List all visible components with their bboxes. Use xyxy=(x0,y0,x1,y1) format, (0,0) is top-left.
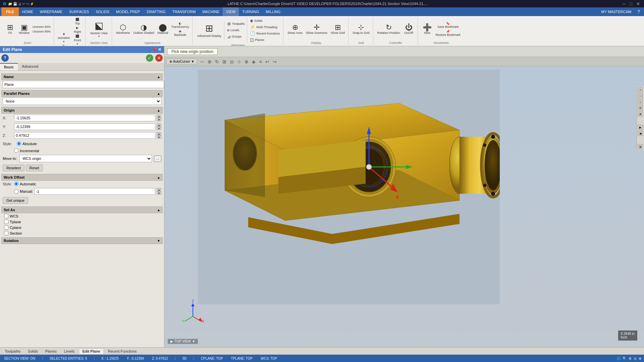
window-button[interactable]: ▣ Window xyxy=(17,23,31,35)
home-menu[interactable]: HOME xyxy=(19,7,37,16)
ac-icon-8[interactable]: ◈ xyxy=(251,58,257,65)
status-icon-5[interactable]: ⊕ xyxy=(639,357,641,360)
outline-shaded-button[interactable]: ◑ Outline Shaded xyxy=(132,23,155,35)
machine-menu[interactable]: MACHINE xyxy=(199,7,223,16)
levels-btn[interactable]: ≡ Levels xyxy=(226,27,247,34)
milling-menu[interactable]: MILLING xyxy=(262,7,284,16)
model-area[interactable]: X ↖ Z xyxy=(164,66,644,347)
vp-tool-3[interactable]: ↕ xyxy=(638,99,643,105)
y-up-stepper[interactable]: ▲ xyxy=(157,123,161,127)
file-menu[interactable]: FILE xyxy=(1,7,19,16)
solids-mgr-btn[interactable]: ◈ Solids xyxy=(249,17,281,24)
fit-button[interactable]: ⊞ Fit xyxy=(3,23,17,35)
status-icon-4[interactable]: ◎ xyxy=(634,357,637,360)
model-prep-menu[interactable]: MODEL PREP xyxy=(113,7,144,16)
vp-tool-4[interactable]: ⟳ xyxy=(638,105,643,111)
on-off-button[interactable]: ⏻ On/Off xyxy=(402,23,416,35)
vp-tool-7[interactable]: ◀ xyxy=(638,131,643,136)
vp-tool-2[interactable]: ↔ xyxy=(638,93,643,99)
translucency-button[interactable]: ◐ Translucency xyxy=(170,21,190,29)
basic-tab[interactable]: Basic xyxy=(0,63,18,70)
panel-close-icon[interactable]: ✕ xyxy=(158,47,161,52)
manual-down[interactable]: ▼ xyxy=(157,191,161,195)
vp-tool-5[interactable]: ⊕ xyxy=(638,111,643,117)
tab-recent-functions[interactable]: Recent Functions xyxy=(105,349,140,354)
planes-btn[interactable]: ◫ Planes xyxy=(249,37,281,43)
section-checkbox[interactable]: Section xyxy=(4,231,22,235)
transform-menu[interactable]: TRANSFORM xyxy=(169,7,199,16)
unzoom80-button[interactable]: Unzoom 80% xyxy=(32,29,52,34)
ac-icon-6[interactable]: ⊹ xyxy=(236,58,242,65)
status-icon-3[interactable]: ⚙ xyxy=(629,357,632,360)
unzoom50-button[interactable]: Unzoom 50% xyxy=(32,25,52,29)
recent-functions-btn[interactable]: 🕐 Recent Functions xyxy=(249,30,281,37)
turning-menu[interactable]: TURNING xyxy=(239,7,262,16)
vp-tool-1[interactable]: + xyxy=(638,87,643,93)
snap-to-grid-button[interactable]: ⊹ Snap to Grid xyxy=(351,23,371,35)
toolpaths-btn[interactable]: ⚙ Toolpaths xyxy=(226,21,247,27)
close-button[interactable]: ✕ xyxy=(635,1,641,6)
top-button[interactable]: ⬛ Top xyxy=(72,17,84,25)
restore-bookmark-button[interactable]: 📌 Restore Bookmark xyxy=(435,29,462,37)
tab-solids[interactable]: Solids xyxy=(24,349,41,354)
wcs-checkbox[interactable]: WCS xyxy=(4,214,18,218)
ac-icon-10[interactable]: ↩ xyxy=(264,58,270,65)
tab-planes[interactable]: Planes xyxy=(42,349,60,354)
status-icon-2[interactable]: 🔍 xyxy=(623,357,627,360)
groups-btn[interactable]: ⊿ Groups xyxy=(226,34,247,40)
ac-icon-11[interactable]: ↪ xyxy=(272,58,278,65)
solids-menu[interactable]: SOLIDS xyxy=(92,7,112,16)
tab-edit-plane[interactable]: Edit Plane xyxy=(79,348,104,354)
isometric-dropdown[interactable]: ▼ xyxy=(62,40,65,43)
move-to-btn[interactable]: … xyxy=(154,156,161,162)
show-axes-button[interactable]: ⊕ Show Axes xyxy=(286,23,304,35)
set-as-header[interactable]: Set As ▲ xyxy=(1,206,163,213)
show-gnomons-button[interactable]: ✛ Show Gnomons xyxy=(305,23,329,35)
origin-header[interactable]: Origin ▲ xyxy=(1,107,163,114)
surfaces-menu[interactable]: SURFACES xyxy=(66,7,92,16)
ac-icon-9[interactable]: ≡ xyxy=(258,58,263,65)
ac-icon-7[interactable]: ⊕ xyxy=(244,58,250,65)
view-dropdown-icon[interactable]: ▼ xyxy=(192,340,196,343)
name-input[interactable] xyxy=(3,81,164,88)
y-input[interactable] xyxy=(14,123,155,130)
tplane-checkbox[interactable]: Tplane xyxy=(4,220,21,224)
help-icon[interactable]: ? xyxy=(635,9,643,14)
drafting-menu[interactable]: DRAFTING xyxy=(143,7,169,16)
maximize-button[interactable]: □ xyxy=(628,1,634,6)
advanced-display-button[interactable]: ⊞ Advanced Display xyxy=(195,20,223,40)
advanced-tab[interactable]: Advanced xyxy=(18,63,42,70)
rotation-position-button[interactable]: ↻ Rotation Position xyxy=(376,23,401,35)
x-down-stepper[interactable]: ▼ xyxy=(157,118,161,121)
help-button[interactable]: ? xyxy=(1,54,9,62)
name-section-header[interactable]: Name ▲ xyxy=(1,73,163,80)
vp-tool-8[interactable]: ⊞ xyxy=(638,144,643,149)
x-up-stepper[interactable]: ▲ xyxy=(157,115,161,118)
ac-icon-4[interactable]: ⊞ xyxy=(221,58,227,65)
wireframe-menu[interactable]: WIREFRAME xyxy=(37,7,66,16)
manual-up[interactable]: ▲ xyxy=(157,188,161,191)
section-view-button[interactable]: ⬕ Section View ▼ xyxy=(88,19,110,39)
y-down-stepper[interactable]: ▼ xyxy=(157,127,161,130)
minimize-button[interactable]: ─ xyxy=(621,1,627,6)
manual-input[interactable] xyxy=(34,188,155,195)
cancel-button[interactable]: ✕ xyxy=(155,54,163,62)
x-input[interactable] xyxy=(14,115,155,121)
front-button[interactable]: ⬛ Front ▼ xyxy=(72,34,84,46)
new-viewsheet-button[interactable]: ➕ New xyxy=(421,23,434,35)
material-button[interactable]: ⬤ Material xyxy=(156,23,170,35)
confirm-button[interactable]: ✓ xyxy=(146,54,153,62)
ac-icon-2[interactable]: ⊕ xyxy=(207,58,213,65)
z-up-stepper[interactable]: ▲ xyxy=(157,132,161,135)
parallel-planes-header[interactable]: Parallel Planes ▲ xyxy=(1,90,163,97)
automatic-radio[interactable]: Automatic xyxy=(14,182,36,186)
absolute-radio[interactable]: Absolute xyxy=(17,141,37,146)
get-unique-button[interactable]: Get unique xyxy=(3,197,28,204)
z-input[interactable] xyxy=(14,132,155,139)
isometric-button[interactable]: ◈ Isometric ▼ xyxy=(57,32,71,44)
manual-radio[interactable]: Manual: xyxy=(14,189,33,194)
my-mastercam[interactable]: MY MASTERCAM xyxy=(598,10,635,14)
reselect-button[interactable]: Reselect xyxy=(3,165,24,171)
parallel-planes-select[interactable]: None xyxy=(3,98,161,105)
rotation-header[interactable]: Rotation ▼ xyxy=(1,237,163,244)
